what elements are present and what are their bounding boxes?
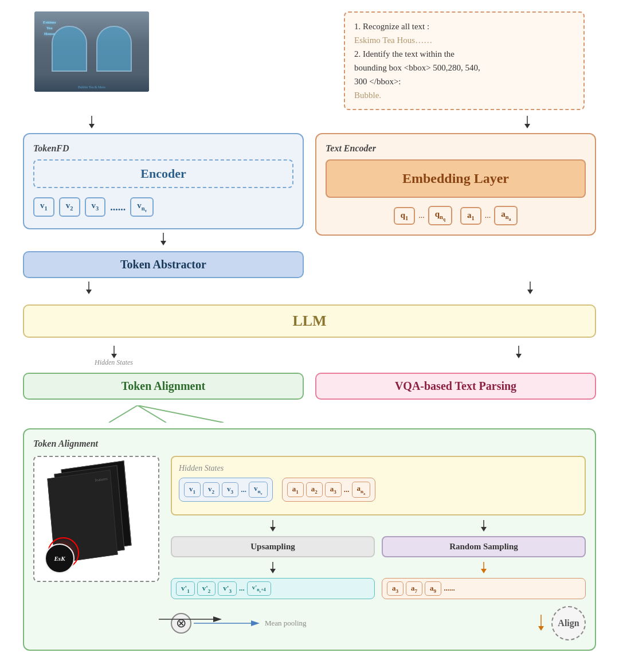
sa-a7: a7 [406,581,422,596]
sa-a9: a9 [425,581,441,596]
hs-a1: a1 [287,482,304,497]
svg-marker-26 [251,620,260,626]
v3-token: v3 [85,197,106,217]
svg-marker-22 [270,569,276,573]
llm-box: LLM [23,304,596,338]
hs-a3: a3 [325,482,342,497]
qa-tokens-row: q1 ... qnq a1 ... ana [326,206,586,225]
building-image: Eskimo Tea House Bubble Tea & More [34,11,149,92]
hs-v1: v1 [184,482,201,497]
bottom-right-panel: Hidden States v1 v2 v3 ... vnv [171,456,586,640]
prompt-line5: 300 </bbox>: [354,77,401,86]
v2-token: v2 [59,197,80,217]
bottom-section-label: Token Alignment [33,439,586,449]
bottom-final-row: ⊗ Mean pooling [171,606,586,640]
vnv-token: vnv [130,197,154,217]
a1-token: a1 [460,207,481,225]
prompt-line3: 2. Identify the text within the [354,49,455,58]
bottom-inner: features EsK Hidden States [33,456,586,640]
svg-marker-7 [86,290,92,294]
encoder-box: Encoder [33,159,293,188]
v-prime-2: v'2 [197,581,216,596]
sa-a3: a3 [387,581,403,596]
svg-marker-20 [481,527,487,532]
feature-maps-illustration: features EsK [33,456,159,582]
ana-token: ana [494,206,518,225]
random-sampling-box: Random Sampling [382,536,586,557]
svg-marker-1 [89,124,95,128]
sampling-boxes-row: Upsampling Random Sampling [171,536,586,557]
arrow-from-image [86,116,97,131]
v1-token: v1 [33,197,54,217]
prompt-line4: bounding box <bbox> 500,280, 540, [354,63,480,72]
prompt-box: 1. Recognize all text : Eskimo Tea Hous…… [344,11,585,110]
v-tokens-group: v1 v2 v3 ... vnv [179,478,273,501]
hs-v3: v3 [222,482,238,497]
prompt-line2: Eskimo Tea Hous…… [354,36,432,45]
svg-line-14 [109,405,138,423]
prompt-line6: Bubble. [354,91,381,100]
text-encoder-label: Text Encoder [326,143,586,154]
building-image-box: Eskimo Tea House Bubble Tea & More [34,11,149,92]
qnq-token: qnq [428,206,452,225]
svg-marker-24 [481,569,487,573]
svg-marker-11 [111,354,117,358]
v-dots: ...... [110,197,126,217]
svg-line-16 [138,405,224,423]
tokenfd-panel: TokenFD Encoder v1 v2 v3 ...... vnv [23,133,304,229]
primed-arrows-row [171,562,586,573]
bottom-section: Token Alignment features [23,428,596,651]
hs-token-rows: v1 v2 v3 ... vnv a1 a2 a3 ... ana [179,478,578,501]
hs-label: Hidden States [179,464,578,473]
align-circle: Align [551,606,586,640]
hs-vnv: vnv [249,482,268,497]
text-encoder-section: Text Encoder Embedding Layer q1 ... qnq … [315,133,596,236]
arrow-to-bottom [23,405,310,423]
embedding-box: Embedding Layer [326,159,586,198]
svg-marker-9 [527,290,533,294]
hidden-states-label: Hidden States [95,358,133,367]
hs-a2: a2 [306,482,323,497]
tensor-product-symbol: ⊗ [171,613,191,634]
svg-marker-28 [538,626,544,631]
token-alignment-top-box: Token Alignment [23,373,304,400]
vqa-box: VQA-based Text Parsing [315,373,596,400]
q1-token: q1 [394,207,416,225]
hs-v2: v2 [203,482,220,497]
tokenfd-label: TokenFD [33,143,293,154]
arrow-tokenfd-to-abstractor [158,233,169,248]
arrow-llm-right [513,346,524,367]
a-tokens-group: a1 a2 a3 ... ana [282,478,376,501]
v-prime-3: v'3 [218,581,237,596]
arrow-llm-left: Hidden States [95,346,133,367]
arrow-from-prompt [522,116,533,131]
upsampling-box: Upsampling [171,536,375,557]
arrow-left-to-llm [83,282,95,296]
hidden-states-panel: Hidden States v1 v2 v3 ... vnv [171,456,586,515]
esk-badge: EsK [54,555,65,562]
v-prime-nv4: v'nv+4 [247,581,271,596]
hs-ana: ana [352,482,371,497]
prompt-line1: 1. Recognize all text : [354,22,429,31]
v-prime-1: v'1 [176,581,195,596]
svg-marker-18 [270,527,276,532]
svg-marker-13 [516,354,522,358]
tokenfd-section: TokenFD Encoder v1 v2 v3 ...... vnv Toke… [23,133,304,278]
top-section: Eskimo Tea House Bubble Tea & More 1. Re… [11,11,608,110]
v-tokens-row: v1 v2 v3 ...... vnv [33,195,293,219]
sampling-arrows-row [171,520,586,532]
text-encoder-panel: Text Encoder Embedding Layer q1 ... qnq … [315,133,596,236]
main-container: Eskimo Tea House Bubble Tea & More 1. Re… [0,0,619,672]
arrow-right-to-llm [524,282,536,296]
svg-marker-5 [160,241,166,245]
primed-tokens-row-container: v'1 v'2 v'3 ... v'nv+4 a3 a7 a9 ...... [171,578,586,600]
output-row: Token Alignment VQA-based Text Parsing [23,373,596,400]
token-abstractor-box: Token Abstractor [23,251,304,278]
llm-section: LLM [23,304,596,338]
mean-pooling-label: Mean pooling [265,619,307,628]
svg-marker-3 [524,124,530,128]
